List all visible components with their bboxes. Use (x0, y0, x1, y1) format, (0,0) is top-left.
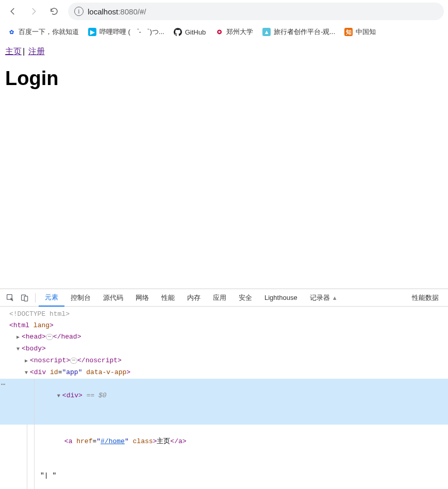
tab-application[interactable]: 应用 (207, 289, 233, 307)
bookmark-zzu[interactable]: ✪ 郑州大学 (215, 27, 253, 37)
tab-elements[interactable]: 元素 (39, 289, 64, 307)
bookmark-github[interactable]: GitHub (174, 28, 206, 36)
tab-performance[interactable]: 性能 (155, 289, 181, 307)
mountain-icon: ▲ (262, 28, 271, 36)
browser-toolbar: i localhost:8080/#/ (0, 0, 448, 23)
tab-sources[interactable]: 源代码 (97, 289, 129, 307)
bookmark-baidu[interactable]: ✿ 百度一下，你就知道 (7, 27, 79, 37)
reload-button[interactable] (45, 3, 63, 20)
nav-separator: | (22, 47, 26, 56)
separator (35, 293, 36, 302)
bookmark-label: GitHub (185, 28, 206, 36)
bookmark-label: 哔哩哔哩 ( ゜- ゜)つ... (99, 27, 164, 37)
github-icon (174, 28, 182, 36)
page-title: Login (5, 68, 443, 90)
university-icon: ✪ (215, 28, 223, 36)
address-bar[interactable]: i localhost:8080/#/ (68, 3, 444, 20)
bookmark-label: 百度一下，你就知道 (19, 27, 79, 37)
inspect-element-icon[interactable] (3, 291, 18, 305)
bookmark-bilibili[interactable]: ▶ 哔哩哔哩 ( ゜- ゜)つ... (88, 27, 164, 37)
tab-security[interactable]: 安全 (233, 289, 258, 307)
tab-network[interactable]: 网络 (129, 289, 155, 307)
page-nav: 主页| 注册 (5, 46, 443, 57)
preview-icon: ▲ (332, 295, 338, 301)
tab-console[interactable]: 控制台 (64, 289, 97, 307)
bookmark-label: 中国知 (356, 27, 376, 37)
tab-perf-insights[interactable]: 性能数据 (406, 289, 445, 307)
forward-button[interactable] (25, 3, 42, 20)
paw-icon: ✿ (7, 28, 15, 36)
nav-register-link[interactable]: 注册 (28, 47, 45, 56)
bookmark-zhihu[interactable]: 知 中国知 (344, 27, 376, 37)
elements-tree[interactable]: <!DOCTYPE html> <html lang> ▶<head>⋯</he… (0, 307, 448, 489)
devtools-panel: 元素 控制台 源代码 网络 性能 内存 应用 安全 Lighthouse 记录器… (0, 289, 448, 489)
doctype-node[interactable]: <!DOCTYPE html> (9, 310, 70, 318)
nav-home-link[interactable]: 主页 (5, 47, 22, 56)
svg-rect-2 (24, 296, 27, 301)
devtools-tabs: 元素 控制台 源代码 网络 性能 内存 应用 安全 Lighthouse 记录器… (0, 289, 448, 307)
page-content: 主页| 注册 Login (0, 41, 448, 95)
tv-icon: ▶ (88, 28, 96, 36)
url-text: localhost:8080/#/ (88, 7, 146, 16)
site-info-icon[interactable]: i (74, 7, 84, 16)
bookmark-label: 郑州大学 (226, 27, 253, 37)
bookmark-label: 旅行者创作平台-观... (274, 27, 335, 37)
bookmarks-bar: ✿ 百度一下，你就知道 ▶ 哔哩哔哩 ( ゜- ゜)つ... GitHub ✪ … (0, 23, 448, 41)
tab-lighthouse[interactable]: Lighthouse (258, 289, 304, 307)
device-toolbar-icon[interactable] (18, 291, 32, 305)
selected-node[interactable]: ▼<div> == $0 (0, 379, 448, 425)
tab-recorder[interactable]: 记录器▲ (304, 289, 344, 307)
bookmark-traveler[interactable]: ▲ 旅行者创作平台-观... (262, 27, 335, 37)
zhi-icon: 知 (344, 28, 353, 36)
tab-memory[interactable]: 内存 (181, 289, 207, 307)
back-button[interactable] (4, 3, 22, 20)
